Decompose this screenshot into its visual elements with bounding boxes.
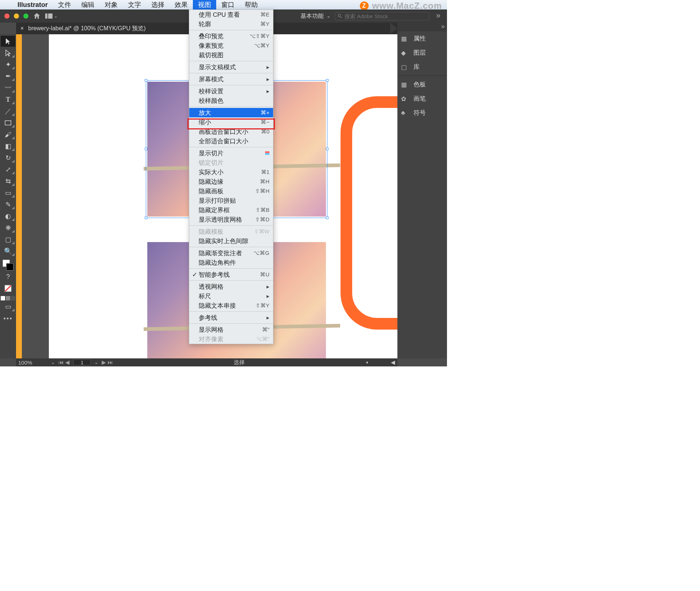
menuitem-放大[interactable]: 放大⌘+: [189, 108, 273, 117]
direct-selection-tool-icon[interactable]: [1, 47, 15, 58]
panel-画笔[interactable]: ✿画笔: [397, 92, 447, 106]
menuitem-校样设置[interactable]: 校样设置: [189, 86, 273, 96]
workspace-switcher[interactable]: 基本功能 ⌄: [300, 12, 330, 20]
free-transform-tool-icon[interactable]: ▭: [1, 187, 15, 198]
menuitem-显示网格[interactable]: 显示网格⌘": [189, 325, 273, 334]
menuitem-label: 显示打印拼贴: [199, 197, 236, 205]
no-color-icon[interactable]: [1, 283, 15, 294]
menuitem-透视网格[interactable]: 透视网格: [189, 282, 273, 291]
fill-stroke-swatch[interactable]: [3, 260, 13, 271]
menuitem-显示切片[interactable]: 显示切片: [189, 148, 273, 158]
menu-编辑[interactable]: 编辑: [76, 0, 100, 9]
menuitem-屏幕模式[interactable]: 屏幕模式: [189, 74, 273, 84]
menuitem-隐藏定界框[interactable]: 隐藏定界框⇧⌘B: [189, 205, 273, 215]
traffic-close-icon[interactable]: [4, 13, 9, 19]
menu-文字[interactable]: 文字: [123, 0, 146, 9]
screen-mode-icon[interactable]: ▭: [1, 301, 15, 312]
stock-search-input[interactable]: [345, 13, 427, 19]
scale-tool-icon[interactable]: ⤢: [1, 164, 15, 175]
menu-视图[interactable]: 视图: [193, 0, 216, 9]
menuitem-实际大小[interactable]: 实际大小⌘1: [189, 167, 273, 177]
menuitem-隐藏文本串接[interactable]: 隐藏文本串接⇧⌘Y: [189, 301, 273, 310]
menuitem-智能参考线[interactable]: 智能参考线⌘U: [189, 270, 273, 279]
draw-mode-icons[interactable]: [1, 296, 15, 300]
menuitem-显示文稿模式[interactable]: 显示文稿模式: [189, 62, 273, 72]
artboard-tool-icon[interactable]: ▢: [1, 234, 15, 245]
status-mode-dropdown-icon[interactable]: ▼: [365, 361, 369, 365]
menuitem-使用 CPU 查看[interactable]: 使用 CPU 查看⌘E: [189, 10, 273, 19]
artwork-robot: [341, 96, 397, 330]
line-tool-icon[interactable]: ／: [1, 106, 15, 117]
menuitem-隐藏模板: 隐藏模板⇧⌘W: [189, 227, 273, 236]
collapse-panels-icon[interactable]: »: [397, 23, 447, 31]
menu-窗口[interactable]: 窗口: [216, 0, 240, 9]
traffic-minimize-icon[interactable]: [14, 13, 19, 19]
menuitem-画板适合窗口大小[interactable]: 画板适合窗口大小⌘0: [189, 127, 273, 136]
menuitem-标尺[interactable]: 标尺: [189, 291, 273, 301]
panel-符号[interactable]: ♣符号: [397, 106, 447, 120]
blend-tool-icon[interactable]: ◐: [1, 211, 15, 222]
artboard-dropdown-icon[interactable]: ⌄: [94, 360, 98, 365]
menuitem-shortcut: ⌘U: [260, 271, 269, 278]
menuitem-隐藏边缘[interactable]: 隐藏边缘⌘H: [189, 177, 273, 186]
zoom-dropdown-icon[interactable]: ⌄: [51, 360, 55, 365]
panel-库[interactable]: ▢库: [397, 60, 447, 74]
tab-close-icon[interactable]: ×: [16, 25, 28, 32]
selection-tool-icon[interactable]: [1, 36, 15, 47]
menuitem-校样颜色[interactable]: 校样颜色: [189, 96, 273, 105]
menuitem-隐藏渐变批注者[interactable]: 隐藏渐变批注者⌥⌘G: [189, 248, 273, 258]
menuitem-裁切视图[interactable]: 裁切视图: [189, 50, 273, 60]
panel-属性[interactable]: ▦属性: [397, 31, 447, 46]
chevron-down-icon: ⌄: [327, 13, 330, 19]
menu-文件[interactable]: 文件: [53, 0, 76, 9]
type-tool-icon[interactable]: T: [1, 94, 15, 105]
pen-tool-icon[interactable]: ✒: [1, 71, 15, 82]
zoom-level[interactable]: 100%: [18, 359, 47, 366]
menuitem-隐藏实时上色间隙[interactable]: 隐藏实时上色间隙: [189, 236, 273, 246]
stock-search[interactable]: [335, 12, 429, 20]
app-name[interactable]: Illustrator: [12, 1, 53, 9]
rectangle-tool-icon[interactable]: [1, 117, 15, 128]
menuitem-显示透明度网格[interactable]: 显示透明度网格⇧⌘D: [189, 215, 273, 224]
arrange-docs-icon[interactable]: ⌄: [45, 13, 58, 19]
menu-对象[interactable]: 对象: [100, 0, 123, 9]
menuitem-轮廓[interactable]: 轮廓⌘Y: [189, 19, 273, 29]
artboard-index-input[interactable]: [73, 359, 91, 365]
help-tool-icon[interactable]: ?: [1, 271, 15, 282]
document-tab[interactable]: brewery-label.ai* @ 100% (CMYK/GPU 预览): [28, 25, 152, 32]
menuitem-隐藏边角构件[interactable]: 隐藏边角构件: [189, 258, 273, 267]
panel-icon: ✿: [401, 95, 410, 102]
panel-icon: ▦: [401, 35, 410, 42]
magic-wand-tool-icon[interactable]: ✦: [1, 59, 15, 70]
eyedropper-tool-icon[interactable]: ✎: [1, 199, 15, 210]
rotate-tool-icon[interactable]: ↻: [1, 152, 15, 163]
panel-色板[interactable]: ▦色板: [397, 77, 447, 92]
artboard-nav-next[interactable]: ▶⏭: [102, 359, 113, 366]
zoom-tool-icon[interactable]: 🔍: [1, 246, 15, 257]
scroll-left-icon[interactable]: ◀: [391, 359, 395, 366]
width-tool-icon[interactable]: ⇆: [1, 176, 15, 187]
panel-图层[interactable]: ◆图层: [397, 46, 447, 60]
menu-帮助[interactable]: 帮助: [240, 0, 263, 9]
menuitem-label: 隐藏画板: [199, 187, 223, 195]
status-mode[interactable]: 选择: [117, 359, 362, 366]
edit-toolbar-icon[interactable]: •••: [4, 315, 13, 323]
menuitem-参考线[interactable]: 参考线: [189, 313, 273, 322]
menuitem-叠印预览[interactable]: 叠印预览⌥⇧⌘Y: [189, 31, 273, 41]
menuitem-shortcut: ⌥⌘": [256, 336, 269, 342]
menuitem-缩小[interactable]: 缩小⌘−: [189, 117, 273, 127]
menuitem-隐藏画板[interactable]: 隐藏画板⇧⌘H: [189, 186, 273, 196]
menuitem-全部适合窗口大小[interactable]: 全部适合窗口大小: [189, 136, 273, 146]
curvature-tool-icon[interactable]: 〰: [1, 82, 15, 93]
overflow-icon[interactable]: »: [434, 13, 443, 19]
menu-效果[interactable]: 效果: [170, 0, 193, 9]
menuitem-显示打印拼贴[interactable]: 显示打印拼贴: [189, 196, 273, 205]
home-icon[interactable]: [33, 12, 41, 20]
artboard-nav[interactable]: ⏮◀: [58, 359, 70, 366]
symbol-sprayer-tool-icon[interactable]: ❋: [1, 222, 15, 233]
eraser-tool-icon[interactable]: ◧: [1, 141, 15, 152]
menuitem-像素预览[interactable]: 像素预览⌥⌘Y: [189, 41, 273, 50]
paintbrush-tool-icon[interactable]: 🖌: [1, 129, 15, 140]
menu-选择[interactable]: 选择: [146, 0, 170, 9]
traffic-zoom-icon[interactable]: [23, 13, 28, 19]
